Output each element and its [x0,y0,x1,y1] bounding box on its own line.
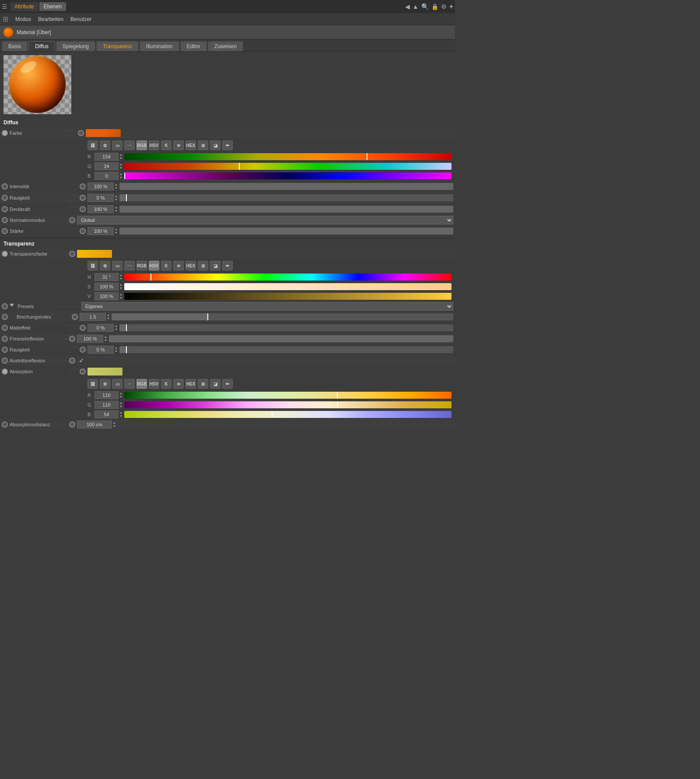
ct-custom-btn[interactable]: ⊞ [198,140,208,150]
r-slider[interactable] [124,153,452,160]
absorptionsdistanz-radio-left[interactable] [2,421,8,428]
tab-attribute[interactable]: Attribute [10,2,38,11]
tab-ebenen[interactable]: Ebenen [39,2,66,11]
tct-rgb-btn[interactable]: RGB [136,261,147,270]
brechungsindex-input[interactable] [80,313,106,321]
deckkraft-input[interactable] [88,205,114,213]
tct-k-btn[interactable]: K [161,261,172,270]
tct-wheel-btn[interactable]: ✿ [100,261,110,270]
act-gradient-btn[interactable]: ⋯ [124,379,135,389]
intensitaet-slider[interactable] [119,183,453,190]
ct-eyedropper-btn[interactable]: ✏ [222,140,233,150]
abs-g-slider[interactable] [124,401,452,408]
v-spinner[interactable]: ▲▼ [119,293,122,300]
v-slider[interactable] [124,293,452,300]
fresnelreflexion-radio-left[interactable] [2,336,8,342]
normalenmodus-radio-right[interactable] [69,217,75,223]
ct-rgb-btn[interactable]: RGB [136,140,147,150]
tct-hex-btn[interactable]: HEX [186,261,196,270]
b-slider[interactable] [124,172,452,179]
transparenzfarbe-swatch[interactable] [77,250,112,258]
matteffekt-spinner[interactable]: ▲▼ [115,324,118,331]
h-spinner[interactable]: ▲▼ [119,274,122,281]
intensitaet-spinner[interactable]: ▲▼ [115,183,118,190]
brechungsindex-spinner[interactable]: ▲▼ [107,313,110,320]
ct-spectrum-btn[interactable]: ≋ [173,140,184,150]
intensitaet-input[interactable] [88,182,114,190]
tct-gradient-btn[interactable]: ⋯ [124,261,135,270]
presets-radio[interactable] [2,303,8,309]
rauigkeit-trans-radio-left[interactable] [2,347,8,353]
tab-basis[interactable]: Basis [2,41,28,51]
presets-triangle[interactable] [10,304,14,309]
g-input[interactable] [94,162,119,170]
brechungsindex-radio-right[interactable] [72,314,78,320]
act-custom-btn[interactable]: ⊞ [198,379,208,389]
rauigkeit-trans-radio-right[interactable] [80,347,86,353]
farbe-swatch[interactable] [86,129,121,137]
intensitaet-radio-left[interactable] [2,183,8,189]
staerke-slider[interactable] [119,228,453,235]
act-image-btn[interactable]: 🖼 [88,379,98,389]
tct-image-btn[interactable]: 🖼 [88,261,98,270]
r-spinner[interactable]: ▲ ▼ [119,153,122,160]
rauigkeit-diffus-input[interactable] [88,194,114,202]
s-spinner[interactable]: ▲▼ [119,283,122,290]
g-spinner[interactable]: ▲ ▼ [119,163,122,170]
search-icon[interactable]: 🔍 [421,3,429,10]
rauigkeit-trans-spinner[interactable]: ▲▼ [115,346,118,353]
staerke-input[interactable] [88,227,114,235]
abs-r-input[interactable] [94,391,119,399]
austrittsreflexion-radio-left[interactable] [2,358,8,364]
b-input[interactable] [94,172,119,180]
deckkraft-radio-right[interactable] [80,206,86,212]
fresnelreflexion-spinner[interactable]: ▲▼ [104,335,107,342]
ct-hex-btn[interactable]: HEX [186,140,196,150]
absorption-radio-right[interactable] [80,368,86,375]
fresnelreflexion-slider[interactable] [109,335,453,342]
act-k-btn[interactable]: K [161,379,172,389]
add-icon[interactable]: + [449,3,453,11]
ct-gradient-btn[interactable]: ⋯ [124,140,135,150]
rauigkeit-trans-input[interactable] [88,346,114,354]
abs-r-spinner[interactable]: ▲▼ [119,392,122,399]
tab-illumination[interactable]: Illumination [140,41,179,51]
ct-k-btn[interactable]: K [161,140,172,150]
menu-modus[interactable]: Modus [15,16,31,22]
b-spinner[interactable]: ▲ ▼ [119,172,122,179]
brechungsindex-slider[interactable] [112,313,453,320]
act-flat-btn[interactable]: ▭ [112,379,122,389]
normalenmodus-select[interactable]: Global Normal Multiply [77,216,453,225]
tct-hsv-btn[interactable]: HSV [149,261,159,270]
s-input[interactable] [94,283,119,291]
tct-flat-btn[interactable]: ▭ [112,261,122,270]
tct-eyedropper-btn[interactable]: ✏ [222,261,233,270]
tct-levels-btn[interactable]: ◪ [210,261,220,270]
farbe-radio-left[interactable] [2,130,8,136]
g-slider[interactable] [124,163,452,170]
tct-custom-btn[interactable]: ⊞ [198,261,208,270]
deckkraft-slider[interactable] [119,206,453,213]
abs-b-slider[interactable] [124,411,452,418]
ct-levels-btn[interactable]: ◪ [210,140,220,150]
absorption-swatch[interactable] [88,368,122,375]
rauigkeit-diffus-radio-left[interactable] [2,195,8,201]
tct-spectrum-btn[interactable]: ≋ [173,261,184,270]
menu-bearbeiten[interactable]: Bearbeiten [38,16,63,22]
austrittsreflexion-radio-right[interactable] [69,358,75,364]
transparenzfarbe-radio-left[interactable] [2,251,8,257]
intensitaet-radio-right[interactable] [80,183,86,189]
nav-back-icon[interactable]: ◀ [405,3,410,10]
tab-diffus[interactable]: Diffus [28,41,55,51]
presets-select[interactable]: Eigenes Glas Wasser [81,302,453,311]
abs-b-input[interactable] [94,411,119,418]
absorptionsdistanz-input[interactable] [77,421,112,428]
act-spectrum-btn[interactable]: ≋ [173,379,184,389]
ct-image-btn[interactable]: 🖼 [88,140,98,150]
brechungsindex-radio-left[interactable] [2,314,8,320]
lock-icon[interactable]: 🔒 [431,4,438,10]
r-input[interactable] [94,153,119,161]
fresnelreflexion-radio-right[interactable] [69,336,75,342]
h-slider[interactable] [124,274,452,281]
absorption-radio-left[interactable] [2,368,8,375]
